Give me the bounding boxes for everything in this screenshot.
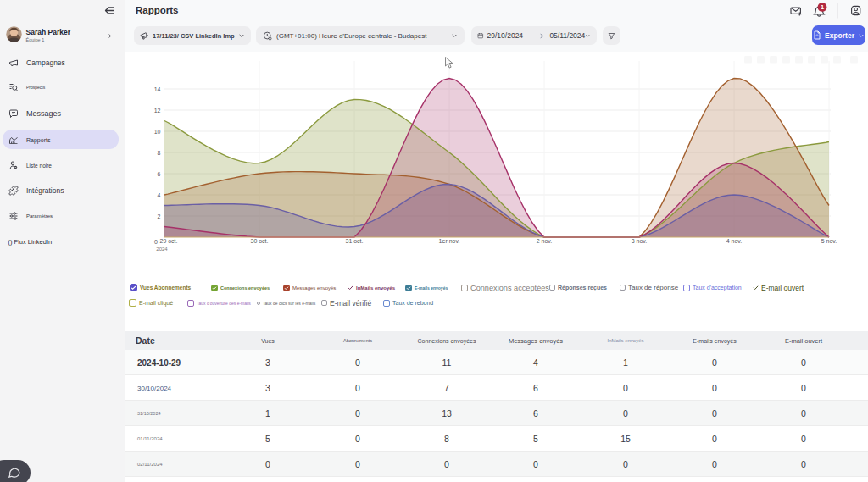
svg-text:6: 6 <box>158 171 161 177</box>
svg-text:4: 4 <box>158 192 161 198</box>
svg-text:2 nov.: 2 nov. <box>537 238 553 244</box>
svg-text:5 nov.: 5 nov. <box>821 238 837 244</box>
svg-text:10: 10 <box>154 129 161 135</box>
svg-text:14: 14 <box>154 86 161 92</box>
svg-text:0: 0 <box>154 239 158 245</box>
svg-text:1er nov.: 1er nov. <box>439 238 460 244</box>
svg-text:12: 12 <box>154 108 161 114</box>
svg-text:30 oct.: 30 oct. <box>250 238 268 244</box>
svg-text:2: 2 <box>158 213 161 219</box>
svg-text:2024: 2024 <box>156 247 168 252</box>
svg-text:4 nov.: 4 nov. <box>726 238 743 244</box>
svg-text:29 oct.: 29 oct. <box>159 238 177 244</box>
svg-text:8: 8 <box>158 150 161 156</box>
svg-text:31 oct.: 31 oct. <box>345 238 363 244</box>
svg-text:3 nov.: 3 nov. <box>632 238 648 244</box>
